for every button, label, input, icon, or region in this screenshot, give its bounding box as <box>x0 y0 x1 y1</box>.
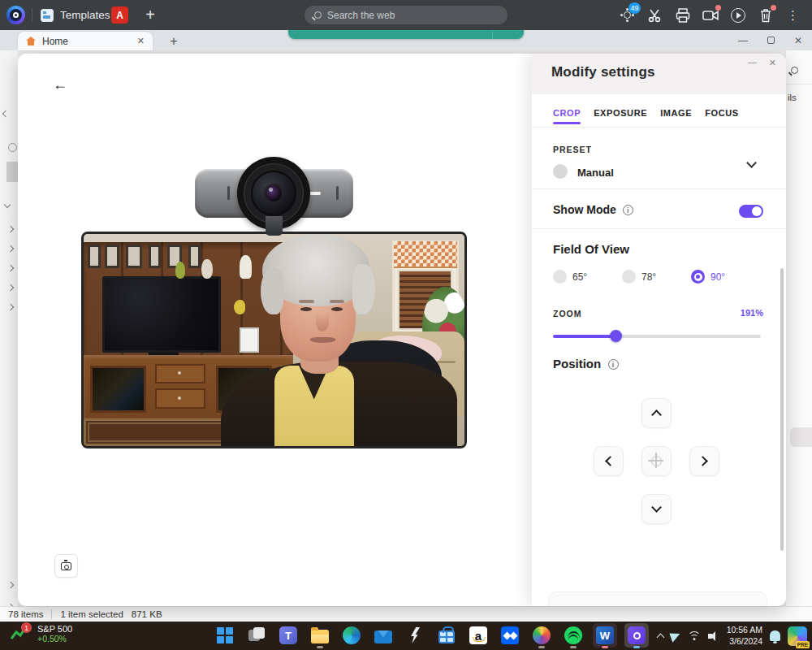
zoom-slider[interactable] <box>553 330 761 341</box>
position-left-button[interactable] <box>594 446 624 476</box>
tree-selected-item[interactable] <box>6 162 18 182</box>
mail-button[interactable] <box>371 623 395 648</box>
position-up-button[interactable] <box>641 398 672 428</box>
notification-bell-icon[interactable] <box>770 630 780 641</box>
panel-title: Modify settings <box>551 64 655 80</box>
fov-radio-65[interactable] <box>553 270 567 284</box>
brightness-button[interactable]: 49 <box>616 4 638 26</box>
spotify-button[interactable] <box>561 623 585 648</box>
tab-close-button[interactable]: ✕ <box>137 36 145 46</box>
wifi-icon[interactable] <box>688 631 701 641</box>
tray-date: 3/6/2024 <box>727 636 762 647</box>
panel-scrollbar[interactable] <box>780 268 784 551</box>
word-icon: W <box>596 626 614 644</box>
tree-expander[interactable] <box>8 224 13 233</box>
trash-button[interactable] <box>754 4 776 26</box>
tree-expander[interactable] <box>8 283 13 292</box>
tab-exposure[interactable]: EXPOSURE <box>594 108 647 124</box>
file-explorer-button[interactable] <box>308 623 332 648</box>
tray-overflow-chevron[interactable] <box>656 633 664 641</box>
teams-button[interactable]: T <box>276 623 300 648</box>
tree-expander[interactable] <box>8 302 13 311</box>
tray-time: 10:56 AM <box>727 625 762 635</box>
kebab-menu-icon: ⋮ <box>787 8 799 23</box>
lightning-icon <box>410 627 420 644</box>
slider-thumb[interactable] <box>610 330 622 342</box>
back-button[interactable]: ← <box>49 73 71 96</box>
background-app-edge: ils <box>786 50 812 606</box>
tree-expander-open[interactable] <box>5 200 10 209</box>
position-down-button[interactable] <box>641 494 672 524</box>
tab-home-label: Home <box>42 36 131 47</box>
preview-overlay-button[interactable] <box>54 554 78 578</box>
task-view-button[interactable] <box>244 623 269 648</box>
panel-close-button[interactable]: ✕ <box>769 58 776 68</box>
spotify-icon <box>564 626 582 644</box>
tab-crop[interactable]: CROP <box>553 108 581 124</box>
logi-options-button[interactable] <box>624 623 649 648</box>
tray-clock[interactable]: 10:56 AM 3/6/2024 <box>727 625 762 646</box>
tab-home[interactable]: Home ✕ <box>18 32 153 50</box>
store-button[interactable] <box>434 623 459 648</box>
amazon-button[interactable]: a <box>466 623 490 648</box>
pdf-tab-icon[interactable]: A <box>111 6 128 24</box>
tab-image[interactable]: IMAGE <box>660 108 692 124</box>
taskbar: 1 S&P 500 +0.50% T a W <box>0 622 812 650</box>
norton-icon <box>533 626 551 644</box>
norton-button[interactable] <box>529 623 554 648</box>
panel-minimize-button[interactable]: — <box>748 57 757 67</box>
chevron-left-icon <box>605 456 615 466</box>
rewards-button[interactable] <box>403 623 427 648</box>
scene-photo <box>240 327 258 353</box>
fov-label-90[interactable]: 90° <box>710 271 725 283</box>
word-button[interactable]: W <box>593 623 617 648</box>
windows-icon <box>217 627 233 644</box>
show-mode-toggle[interactable] <box>739 205 763 218</box>
fov-radio-78[interactable] <box>622 270 636 284</box>
window-minimize-button[interactable]: — <box>738 35 748 46</box>
show-mode-info-icon[interactable]: i <box>623 205 633 215</box>
search-input[interactable]: Search the web <box>304 6 508 24</box>
print-button[interactable] <box>672 4 693 26</box>
new-tab-button[interactable]: + <box>165 33 183 50</box>
dropbox-button[interactable] <box>498 623 522 648</box>
position-right-button[interactable] <box>689 446 719 476</box>
tab-focus[interactable]: FOCUS <box>705 108 739 124</box>
menu-button[interactable]: ⋮ <box>782 4 804 26</box>
position-info-icon[interactable]: i <box>608 359 619 370</box>
system-tray: 10:56 AM 3/6/2024 PRE <box>658 622 807 650</box>
app-logo-icon[interactable] <box>6 6 25 24</box>
panel-bottom-button[interactable] <box>548 592 767 606</box>
copilot-preview-icon[interactable]: PRE <box>788 626 807 646</box>
tree-expander[interactable] <box>8 244 13 253</box>
window-restore-button[interactable] <box>767 37 775 44</box>
app-search-icon[interactable] <box>791 63 798 77</box>
webcam-mount <box>266 216 283 236</box>
quick-share-icon[interactable] <box>669 630 681 642</box>
templates-button[interactable]: Templates <box>41 4 110 26</box>
tree-expander[interactable] <box>8 263 13 272</box>
edge-button[interactable] <box>339 623 364 648</box>
scene-figurine <box>234 300 245 314</box>
edge-button-fragment[interactable] <box>790 427 812 447</box>
stock-widget[interactable]: 1 S&P 500 +0.50% <box>10 624 72 644</box>
window-close-button[interactable]: ✕ <box>794 35 802 46</box>
fov-label-65[interactable]: 65° <box>572 271 587 283</box>
person-hair <box>261 268 283 314</box>
tree-back-chevron[interactable] <box>3 109 8 118</box>
stock-change: +0.50% <box>37 634 72 644</box>
stock-name: S&P 500 <box>37 624 72 634</box>
fov-radio-90[interactable] <box>691 270 705 284</box>
position-center-button[interactable] <box>641 446 672 476</box>
preset-chevron-down-icon[interactable] <box>746 158 757 168</box>
snip-button[interactable] <box>644 4 666 26</box>
play-button[interactable] <box>727 4 749 26</box>
camera-button[interactable] <box>699 4 721 26</box>
tree-expander[interactable] <box>8 580 13 589</box>
start-button[interactable] <box>213 623 237 648</box>
taskbar-icons: T a W <box>213 623 649 648</box>
toolbar-new-tab-button[interactable]: + <box>140 3 161 26</box>
fov-label-78[interactable]: 78° <box>641 271 656 283</box>
chevron-down-icon <box>651 502 662 513</box>
volume-icon[interactable] <box>708 631 719 641</box>
